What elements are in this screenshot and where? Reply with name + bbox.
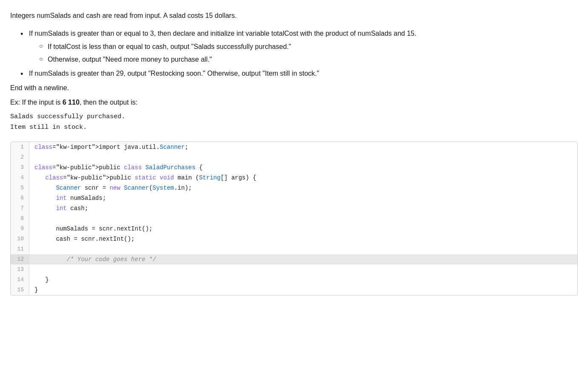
- bullet-item-2: If numSalads is greater than 29, output …: [20, 68, 578, 79]
- line-number: 14: [11, 275, 29, 285]
- code-line[interactable]: 13: [11, 265, 577, 275]
- code-line[interactable]: 12 /* Your code goes here */: [11, 254, 577, 265]
- line-number: 3: [11, 162, 29, 173]
- line-content[interactable]: int numSalads;: [29, 193, 577, 203]
- line-number: 10: [11, 234, 29, 244]
- example-line: Ex: If the input is 6 110, then the outp…: [10, 99, 578, 106]
- line-number: 4: [11, 173, 29, 183]
- line-content[interactable]: class="kw-public">public class SaladPurc…: [29, 162, 577, 173]
- bullet-item-1: If numSalads is greater than or equal to…: [20, 28, 578, 65]
- line-content[interactable]: Scanner scnr = new Scanner(System.in);: [29, 183, 577, 193]
- line-content[interactable]: [29, 265, 577, 275]
- line-content[interactable]: [29, 213, 577, 224]
- line-number: 6: [11, 193, 29, 203]
- code-line[interactable]: 4 class="kw-public">public static void m…: [11, 173, 577, 183]
- line-content[interactable]: class="kw-public">public static void mai…: [29, 173, 577, 183]
- intro-text: Integers numSalads and cash are read fro…: [10, 10, 578, 21]
- line-number: 11: [11, 244, 29, 254]
- sub-item-1: If totalCost is less than or equal to ca…: [39, 41, 578, 52]
- sub-item-2: Otherwise, output "Need more money to pu…: [39, 54, 578, 65]
- main-bullet-list: If numSalads is greater than or equal to…: [20, 28, 578, 79]
- code-line[interactable]: 9 numSalads = scnr.nextInt();: [11, 224, 577, 234]
- code-line[interactable]: 8: [11, 213, 577, 224]
- line-number: 13: [11, 265, 29, 275]
- line-content[interactable]: }: [29, 285, 577, 295]
- output-line-2: Item still in stock.: [10, 122, 578, 133]
- example-tail: , then the output is:: [80, 99, 138, 106]
- line-number: 2: [11, 152, 29, 162]
- code-line[interactable]: 1class="kw-import">import java.util.Scan…: [11, 142, 577, 152]
- line-content[interactable]: [29, 152, 577, 162]
- line-content[interactable]: class="kw-import">import java.util.Scann…: [29, 142, 577, 152]
- code-line[interactable]: 3class="kw-public">public class SaladPur…: [11, 162, 577, 173]
- sub-bullet-list: If totalCost is less than or equal to ca…: [39, 41, 578, 65]
- line-number: 15: [11, 285, 29, 295]
- line-content[interactable]: numSalads = scnr.nextInt();: [29, 224, 577, 234]
- output-line-1: Salads successfully purchased.: [10, 111, 578, 122]
- line-content[interactable]: [29, 244, 577, 254]
- line-number: 12: [11, 254, 29, 265]
- line-content[interactable]: }: [29, 275, 577, 285]
- line-number: 8: [11, 213, 29, 224]
- code-line[interactable]: 15}: [11, 285, 577, 295]
- end-text: End with a newline.: [10, 84, 578, 92]
- line-content[interactable]: /* Your code goes here */: [29, 254, 577, 265]
- code-line[interactable]: 5 Scanner scnr = new Scanner(System.in);: [11, 183, 577, 193]
- line-number: 1: [11, 142, 29, 152]
- code-editor[interactable]: 1class="kw-import">import java.util.Scan…: [10, 142, 578, 296]
- line-content[interactable]: int cash;: [29, 203, 577, 213]
- code-line[interactable]: 14 }: [11, 275, 577, 285]
- code-line[interactable]: 10 cash = scnr.nextInt();: [11, 234, 577, 244]
- line-number: 9: [11, 224, 29, 234]
- code-line[interactable]: 2: [11, 152, 577, 162]
- example-input: 6 110: [63, 99, 80, 106]
- line-number: 7: [11, 203, 29, 213]
- line-content[interactable]: cash = scnr.nextInt();: [29, 234, 577, 244]
- example-output: Salads successfully purchased. Item stil…: [10, 111, 578, 133]
- example-label: Ex: If the input is: [10, 99, 63, 106]
- line-number: 5: [11, 183, 29, 193]
- code-line[interactable]: 11: [11, 244, 577, 254]
- code-line[interactable]: 7 int cash;: [11, 203, 577, 213]
- code-line[interactable]: 6 int numSalads;: [11, 193, 577, 203]
